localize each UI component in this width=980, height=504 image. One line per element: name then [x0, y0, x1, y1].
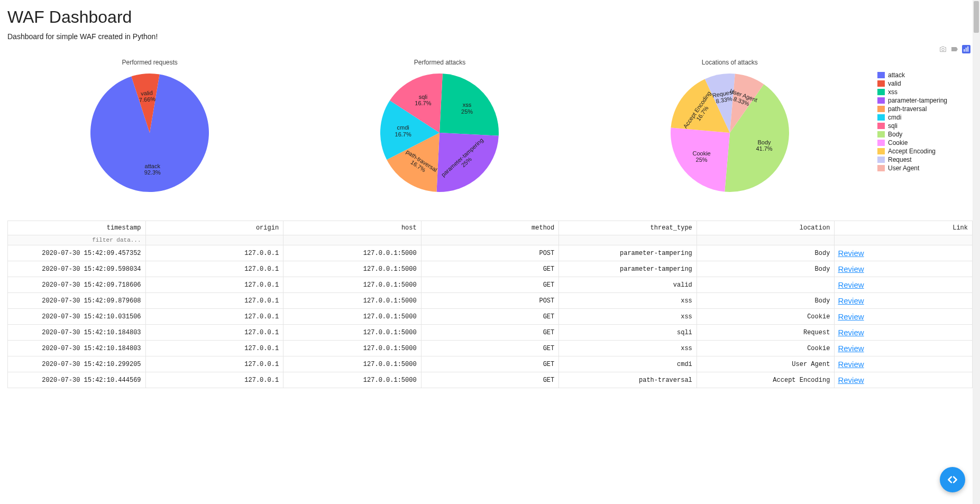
column-header[interactable]: Link — [835, 221, 973, 235]
legend-item[interactable]: attack — [877, 71, 973, 79]
cell-method: GET — [421, 277, 559, 293]
cell-method: POST — [421, 293, 559, 309]
cell-origin: 127.0.0.1 — [145, 245, 283, 261]
cell-method: GET — [421, 261, 559, 277]
column-filter-input[interactable] — [700, 236, 831, 244]
cell-origin: 127.0.0.1 — [145, 356, 283, 372]
legend-item[interactable]: valid — [877, 80, 973, 87]
cell-timestamp: 2020-07-30 15:42:10.299205 — [8, 356, 146, 372]
column-filter-input[interactable] — [149, 236, 280, 244]
legend-item[interactable]: parameter-tampering — [877, 97, 973, 104]
chart-performed-attacks[interactable]: Performed attacks xss25%parameter-tamper… — [297, 59, 582, 196]
pie-slice[interactable] — [671, 127, 730, 191]
legend-label: Body — [888, 131, 902, 138]
legend-swatch — [877, 131, 885, 138]
table-row: 2020-07-30 15:42:09.879608127.0.0.1127.0… — [8, 293, 973, 309]
review-link[interactable]: Review — [838, 375, 864, 384]
review-link[interactable]: Review — [838, 312, 864, 321]
review-link[interactable]: Review — [838, 328, 864, 337]
table-row: 2020-07-30 15:42:09.457352127.0.0.1127.0… — [8, 245, 973, 261]
cell-host: 127.0.0.1:5000 — [283, 341, 422, 356]
review-link[interactable]: Review — [838, 344, 864, 353]
legend-label: Request — [888, 156, 912, 163]
column-filter-input[interactable] — [838, 236, 969, 244]
requests-table: timestamporiginhostmethodthreat_typeloca… — [7, 221, 973, 388]
vertical-scrollbar[interactable] — [973, 0, 980, 392]
cell-timestamp: 2020-07-30 15:42:10.184803 — [8, 341, 146, 356]
review-link[interactable]: Review — [838, 249, 864, 258]
table-row: 2020-07-30 15:42:09.718606127.0.0.1127.0… — [8, 277, 973, 293]
cell-location — [697, 277, 835, 293]
legend-swatch — [877, 97, 885, 104]
svg-rect-1 — [964, 49, 965, 52]
svg-rect-3 — [967, 47, 968, 52]
legend-label: sqli — [888, 122, 897, 130]
svg-point-0 — [942, 48, 945, 51]
review-link[interactable]: Review — [838, 264, 864, 273]
legend-item[interactable]: Cookie — [877, 139, 973, 146]
legend-item[interactable]: User Agent — [877, 164, 973, 172]
table-row: 2020-07-30 15:42:09.598034127.0.0.1127.0… — [8, 261, 973, 277]
pie-slice[interactable] — [437, 133, 499, 192]
cell-host: 127.0.0.1:5000 — [283, 277, 422, 293]
column-header[interactable]: location — [697, 221, 835, 235]
legend-swatch — [877, 140, 885, 146]
review-link[interactable]: Review — [838, 360, 864, 369]
legend-item[interactable]: cmdi — [877, 114, 973, 121]
chart-title: Performed requests — [122, 59, 177, 66]
cell-timestamp: 2020-07-30 15:42:10.031506 — [8, 309, 146, 325]
column-filter-input[interactable] — [11, 236, 142, 244]
cell-method: GET — [421, 309, 559, 325]
cell-timestamp: 2020-07-30 15:42:10.444569 — [8, 372, 146, 388]
legend-swatch — [877, 114, 885, 121]
cell-host: 127.0.0.1:5000 — [283, 356, 422, 372]
legend-item[interactable]: path-traversal — [877, 105, 973, 113]
review-link[interactable]: Review — [838, 296, 864, 305]
camera-icon[interactable] — [939, 45, 947, 53]
cell-method: GET — [421, 325, 559, 341]
pie-slice[interactable] — [439, 74, 499, 136]
legend-label: parameter-tampering — [888, 97, 947, 104]
cell-origin: 127.0.0.1 — [145, 261, 283, 277]
column-header[interactable]: host — [283, 221, 422, 235]
cell-location: User Agent — [697, 356, 835, 372]
cell-origin: 127.0.0.1 — [145, 341, 283, 356]
cell-location: Accept Encoding — [697, 372, 835, 388]
review-link[interactable]: Review — [838, 280, 864, 289]
table-row: 2020-07-30 15:42:10.184803127.0.0.1127.0… — [8, 341, 973, 356]
cell-threat_type: xss — [559, 341, 697, 356]
table-row: 2020-07-30 15:42:10.184803127.0.0.1127.0… — [8, 325, 973, 341]
page-subtitle: Dashboard for simple WAF created in Pyth… — [7, 32, 973, 41]
chart-title: Locations of attacks — [702, 59, 758, 66]
chart-title: Performed attacks — [414, 59, 465, 66]
chart-performed-requests[interactable]: Performed requests attack92.3%valid7.66% — [7, 59, 292, 196]
column-header[interactable]: origin — [145, 221, 283, 235]
column-header[interactable]: timestamp — [8, 221, 146, 235]
column-filter-input[interactable] — [425, 236, 556, 244]
legend-label: Accept Encoding — [888, 148, 936, 155]
cell-origin: 127.0.0.1 — [145, 309, 283, 325]
column-header[interactable]: method — [421, 221, 559, 235]
legend-item[interactable]: Body — [877, 131, 973, 138]
cell-origin: 127.0.0.1 — [145, 325, 283, 341]
cell-origin: 127.0.0.1 — [145, 293, 283, 309]
cell-timestamp: 2020-07-30 15:42:09.598034 — [8, 261, 146, 277]
cell-location: Body — [697, 245, 835, 261]
column-filter-input[interactable] — [287, 236, 418, 244]
table-row: 2020-07-30 15:42:10.444569127.0.0.1127.0… — [8, 372, 973, 388]
scrollbar-thumb[interactable] — [974, 1, 979, 33]
legend-item[interactable]: Accept Encoding — [877, 148, 973, 155]
column-filter-input[interactable] — [562, 236, 693, 244]
legend-item[interactable]: Request — [877, 156, 973, 163]
cell-location: Body — [697, 293, 835, 309]
column-header[interactable]: threat_type — [559, 221, 697, 235]
cell-threat_type: parameter-tampering — [559, 245, 697, 261]
cell-method: POST — [421, 245, 559, 261]
legend-item[interactable]: sqli — [877, 122, 973, 130]
legend-swatch — [877, 72, 885, 78]
legend-item[interactable]: xss — [877, 88, 973, 96]
chart-locations-of-attacks[interactable]: Locations of attacks Body41.7%Cookie25%A… — [588, 59, 872, 196]
cell-location: Request — [697, 325, 835, 341]
tag-icon[interactable] — [950, 45, 959, 53]
chart-icon[interactable] — [962, 45, 970, 53]
